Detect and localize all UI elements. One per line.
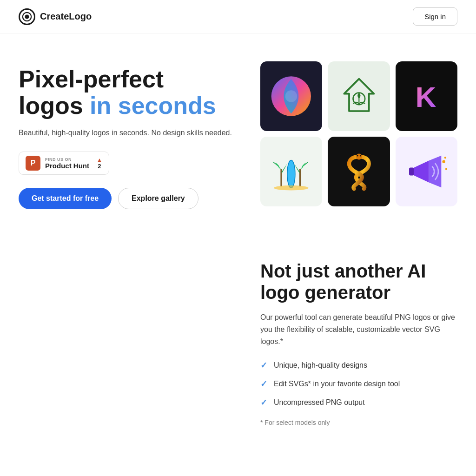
logo-icon — [19, 8, 35, 25]
hero-left: Pixel-perfect logos in seconds Beautiful… — [19, 61, 242, 209]
svg-point-7 — [287, 160, 295, 188]
product-hunt-icon: P — [26, 156, 40, 171]
logo-card-6 — [396, 137, 457, 206]
logo-card-3: K — [396, 61, 457, 131]
logo-card-2 — [328, 61, 390, 131]
section2-heading: Not just another AI logo generator — [260, 260, 457, 303]
brand-name: CreateLogo — [40, 11, 92, 22]
logo[interactable]: CreateLogo — [19, 8, 92, 25]
product-hunt-text: FIND US ON Product Hunt — [45, 157, 89, 170]
svg-point-15 — [442, 160, 445, 163]
feature-item-1: ✓ Unique, high-quality designs — [260, 360, 457, 370]
logo-card-4 — [260, 137, 322, 206]
svg-point-1 — [25, 14, 29, 19]
svg-point-12 — [357, 155, 358, 156]
feature-label-2: Edit SVGs* in your favorite design tool — [274, 380, 400, 388]
svg-text:K: K — [416, 81, 436, 113]
feature-label-3: Uncompressed PNG output — [274, 398, 365, 407]
check-icon-1: ✓ — [260, 360, 267, 370]
svg-point-16 — [445, 168, 447, 170]
hero-heading: Pixel-perfect logos in seconds — [19, 66, 242, 119]
cta-row: Get started for free Explore gallery — [19, 188, 242, 209]
footnote: * For select models only — [260, 419, 457, 426]
logo-gallery: K — [260, 61, 457, 206]
svg-rect-14 — [409, 167, 414, 175]
feature-item-3: ✓ Uncompressed PNG output — [260, 397, 457, 408]
svg-point-10 — [274, 185, 309, 191]
hero-subheading: Beautiful, high-quality logos in seconds… — [19, 127, 242, 139]
svg-point-13 — [360, 155, 361, 156]
get-started-button[interactable]: Get started for free — [19, 188, 112, 209]
feature-label-1: Unique, high-quality designs — [274, 361, 367, 370]
section2-subtext: Our powerful tool can generate beautiful… — [260, 311, 457, 347]
svg-point-11 — [356, 154, 362, 160]
section2-right: Not just another AI logo generator Our p… — [260, 256, 457, 426]
check-icon-2: ✓ — [260, 379, 267, 389]
logo-card-1 — [260, 61, 322, 131]
product-hunt-votes: ▲ 2 — [97, 157, 102, 170]
svg-point-3 — [285, 90, 298, 102]
check-icon-3: ✓ — [260, 397, 267, 408]
sign-in-button[interactable]: Sign in — [413, 7, 457, 26]
explore-gallery-button[interactable]: Explore gallery — [118, 188, 198, 209]
feature-list: ✓ Unique, high-quality designs ✓ Edit SV… — [260, 360, 457, 408]
product-hunt-badge[interactable]: P FIND US ON Product Hunt ▲ 2 — [19, 152, 109, 175]
feature-item-2: ✓ Edit SVGs* in your favorite design too… — [260, 379, 457, 389]
logo-card-5 — [328, 137, 390, 206]
svg-point-17 — [444, 157, 446, 159]
